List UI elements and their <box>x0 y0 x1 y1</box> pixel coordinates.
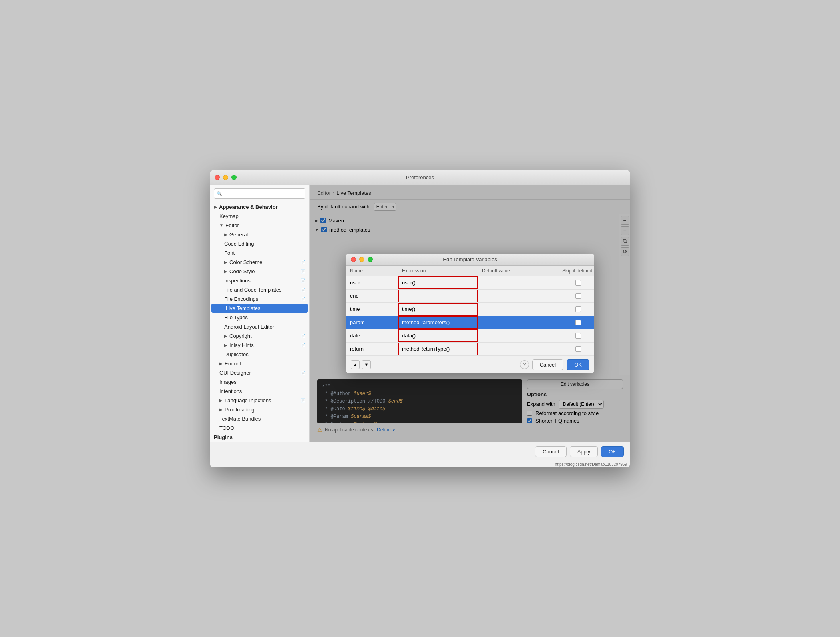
copy-badge: 📄 <box>301 288 305 292</box>
sidebar-item-general[interactable]: ▶ General <box>210 230 309 239</box>
sidebar-item-copyright[interactable]: ▶ Copyright 📄 <box>210 331 309 341</box>
sidebar-item-file-types[interactable]: File Types <box>210 313 309 322</box>
sidebar-item-duplicates[interactable]: Duplicates <box>210 350 309 359</box>
col-expression: Expression <box>398 266 478 276</box>
help-button[interactable]: ? <box>520 360 529 369</box>
sidebar-item-font[interactable]: Font <box>210 248 309 258</box>
table-row[interactable]: date data() <box>346 329 594 343</box>
skip-checkbox[interactable] <box>575 346 581 352</box>
cell-expression[interactable]: time() <box>398 303 478 316</box>
cell-default <box>478 343 558 355</box>
cell-default <box>478 303 558 316</box>
copy-badge: 📄 <box>301 398 305 403</box>
copy-badge: 📄 <box>301 278 305 283</box>
modal-footer-right: Cancel OK <box>532 359 589 370</box>
window-title: Preferences <box>406 174 434 180</box>
titlebar: Preferences <box>210 170 630 185</box>
sidebar-item-proofreading[interactable]: ▶ Proofreading <box>210 405 309 414</box>
modal-close-button[interactable] <box>351 257 356 262</box>
sidebar-item-file-code-templates[interactable]: File and Code Templates 📄 <box>210 285 309 294</box>
skip-checkbox[interactable] <box>575 333 581 339</box>
sidebar-item-intentions[interactable]: Intentions <box>210 387 309 396</box>
table-row[interactable]: user user() <box>346 276 594 290</box>
copy-badge: 📄 <box>301 297 305 301</box>
skip-checkbox[interactable] <box>575 280 581 286</box>
modal-ok-button[interactable]: OK <box>567 359 589 370</box>
ok-button[interactable]: OK <box>601 446 624 457</box>
sidebar: 🔍 ▶ Appearance & Behavior Keymap ▼ Edito… <box>210 185 310 442</box>
cell-skip <box>558 290 594 302</box>
sidebar-item-textmate-bundles[interactable]: TextMate Bundles <box>210 414 309 423</box>
cell-expression[interactable]: methodParameters() <box>398 316 478 329</box>
sidebar-item-keymap[interactable]: Keymap <box>210 212 309 221</box>
cancel-button[interactable]: Cancel <box>535 446 566 457</box>
copy-badge: 📄 <box>301 260 305 264</box>
skip-checkbox[interactable] <box>575 306 581 312</box>
cell-expression[interactable]: data() <box>398 329 478 342</box>
sidebar-item-todo[interactable]: TODO <box>210 423 309 433</box>
cell-default <box>478 290 558 302</box>
cell-default <box>478 329 558 342</box>
sidebar-item-language-injections[interactable]: ▶ Language Injections 📄 <box>210 396 309 405</box>
cell-expression[interactable]: methodReturnType() <box>398 343 478 355</box>
sidebar-item-inspections[interactable]: Inspections 📄 <box>210 276 309 285</box>
skip-checkbox-checked[interactable] <box>575 320 581 325</box>
modal-footer-left: ▲ ▼ <box>351 360 371 369</box>
search-input[interactable] <box>214 188 305 199</box>
modal-cancel-button[interactable]: Cancel <box>532 359 563 370</box>
sidebar-item-file-encodings[interactable]: File Encodings 📄 <box>210 294 309 304</box>
url-bar: https://blog.csdn.net/Damao1183297959 <box>210 461 630 467</box>
arrow-icon: ▼ <box>219 223 223 228</box>
arrow-icon: ▶ <box>219 361 223 366</box>
sidebar-item-code-editing[interactable]: Code Editing <box>210 239 309 248</box>
copy-badge: 📄 <box>301 371 305 375</box>
table-row[interactable]: end <box>346 290 594 303</box>
sidebar-item-inlay-hints[interactable]: ▶ Inlay Hints 📄 <box>210 341 309 350</box>
table-header: Name Expression Default value Skip if de… <box>346 266 594 276</box>
cell-name: date <box>346 329 398 342</box>
cell-skip <box>558 329 594 342</box>
cell-name: param <box>346 316 398 329</box>
sidebar-item-color-scheme[interactable]: ▶ Color Scheme 📄 <box>210 258 309 267</box>
skip-checkbox[interactable] <box>575 293 581 299</box>
bottom-bar: Cancel Apply OK <box>210 442 630 461</box>
cell-skip <box>558 303 594 316</box>
table-row[interactable]: param methodParameters() <box>346 316 594 329</box>
sidebar-item-android-layout-editor[interactable]: Android Layout Editor <box>210 322 309 331</box>
cell-skip <box>558 343 594 355</box>
cell-name: end <box>346 290 398 302</box>
search-wrapper: 🔍 <box>214 188 305 199</box>
sidebar-item-gui-designer[interactable]: GUI Designer 📄 <box>210 368 309 377</box>
modal-footer: ▲ ▼ ? Cancel OK <box>346 356 594 373</box>
modal-overlay: Edit Template Variables Name Expression … <box>310 185 630 442</box>
cell-expression[interactable]: user() <box>398 276 478 289</box>
sidebar-item-code-style[interactable]: ▶ Code Style 📄 <box>210 267 309 276</box>
modal-table: Name Expression Default value Skip if de… <box>346 266 594 356</box>
cell-skip <box>558 276 594 289</box>
move-up-button[interactable]: ▲ <box>351 360 360 369</box>
col-name: Name <box>346 266 398 276</box>
sidebar-item-appearance-behavior[interactable]: ▶ Appearance & Behavior <box>210 202 309 212</box>
window-body: 🔍 ▶ Appearance & Behavior Keymap ▼ Edito… <box>210 185 630 442</box>
modal-maximize-button[interactable] <box>368 257 373 262</box>
sidebar-item-images[interactable]: Images <box>210 377 309 387</box>
table-row[interactable]: time time() <box>346 303 594 316</box>
sidebar-item-editor[interactable]: ▼ Editor <box>210 221 309 230</box>
move-down-button[interactable]: ▼ <box>362 360 371 369</box>
cell-expression[interactable] <box>398 290 478 302</box>
sidebar-item-emmet[interactable]: ▶ Emmet <box>210 359 309 368</box>
arrow-icon: ▶ <box>219 398 223 403</box>
table-row[interactable]: return methodReturnType() <box>346 343 594 356</box>
modal-title: Edit Template Variables <box>443 256 497 262</box>
search-box: 🔍 <box>210 185 309 202</box>
traffic-lights <box>215 175 237 180</box>
edit-template-variables-modal: Edit Template Variables Name Expression … <box>346 254 594 373</box>
maximize-button[interactable] <box>231 175 237 180</box>
sidebar-item-plugins[interactable]: Plugins <box>210 433 309 442</box>
copy-badge: 📄 <box>301 269 305 274</box>
apply-button[interactable]: Apply <box>570 446 598 457</box>
sidebar-item-live-templates[interactable]: Live Templates <box>211 304 308 313</box>
close-button[interactable] <box>215 175 220 180</box>
modal-minimize-button[interactable] <box>359 257 364 262</box>
minimize-button[interactable] <box>223 175 228 180</box>
